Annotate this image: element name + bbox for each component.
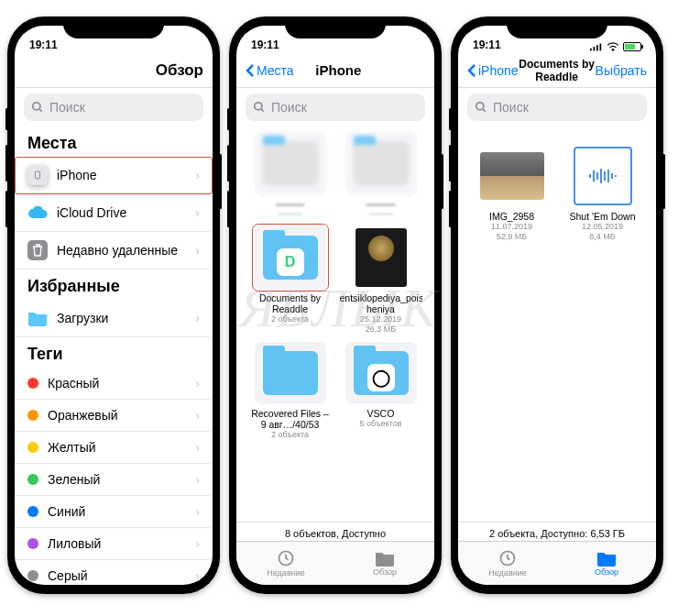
page-title: iPhone bbox=[294, 62, 383, 78]
chevron-right-icon: › bbox=[195, 243, 200, 258]
svg-point-0 bbox=[33, 103, 40, 110]
tag-dot-icon bbox=[27, 506, 38, 517]
item-name: Documents by Readdle bbox=[249, 292, 332, 314]
svg-point-4 bbox=[255, 103, 262, 110]
tab-recent[interactable]: Недавние bbox=[458, 542, 557, 585]
page-title: Documents by Readdle bbox=[519, 58, 596, 83]
tag-label: Лиловый bbox=[48, 536, 101, 551]
tag-row[interactable]: Красный› bbox=[15, 368, 213, 400]
status-time: 19:11 bbox=[251, 38, 420, 51]
tab-label: Недавние bbox=[488, 568, 526, 578]
row-label: iPhone bbox=[57, 168, 97, 182]
phone-1: 19:11 Обзор Поиск Места iPhone › iCloud … bbox=[7, 16, 220, 594]
grid-item-book[interactable]: entsiklopediya_poisko…heniya 25.12.2019 … bbox=[338, 226, 423, 335]
row-label: iCloud Drive bbox=[57, 205, 126, 220]
search-input[interactable]: Поиск bbox=[24, 94, 203, 121]
tag-dot-icon bbox=[27, 442, 38, 453]
navbar-browse: Обзор bbox=[15, 53, 213, 88]
chevron-right-icon: › bbox=[195, 205, 200, 220]
signal-icons bbox=[590, 42, 641, 51]
grid-item[interactable]: —————— bbox=[247, 132, 333, 219]
tab-browse[interactable]: Обзор bbox=[335, 542, 434, 585]
place-iphone[interactable]: iPhone › bbox=[15, 157, 213, 194]
status-time: 19:11 bbox=[29, 38, 198, 51]
tag-dot-icon bbox=[27, 570, 38, 581]
status-time: 19:11 bbox=[473, 38, 590, 51]
search-input[interactable]: Поиск bbox=[246, 94, 425, 121]
tag-row[interactable]: Оранжевый› bbox=[15, 400, 213, 432]
chevron-right-icon: › bbox=[195, 408, 200, 423]
tag-label: Желтый bbox=[48, 440, 96, 455]
grid-item-vsco[interactable]: ◯ VSCO 5 объектов bbox=[338, 342, 423, 440]
tag-dot-icon bbox=[27, 378, 38, 389]
chevron-left-icon bbox=[246, 63, 255, 78]
folder-icon bbox=[375, 550, 395, 566]
chevron-right-icon: › bbox=[195, 536, 200, 551]
select-button[interactable]: Выбрать bbox=[596, 63, 647, 78]
svg-rect-10 bbox=[600, 44, 602, 51]
tag-row[interactable]: Синий› bbox=[15, 496, 213, 528]
wifi-icon bbox=[607, 42, 619, 51]
search-icon bbox=[253, 101, 266, 114]
grid-item-recovered[interactable]: Recovered Files – 9 авг…/40/53 2 объекта bbox=[247, 342, 333, 440]
waveform-icon bbox=[586, 165, 619, 187]
grid-item-documents-readdle[interactable]: D Documents by Readdle 2 объекта bbox=[247, 226, 333, 335]
chevron-left-icon bbox=[467, 63, 476, 78]
tag-label: Оранжевый bbox=[48, 408, 118, 423]
tag-row[interactable]: Желтый› bbox=[15, 432, 213, 464]
section-favorites: Избранные bbox=[15, 270, 213, 300]
tag-dot-icon bbox=[27, 538, 38, 549]
grid-item-audio[interactable]: Shut 'Em Down 12.05.2019 8,4 МБ bbox=[560, 145, 645, 242]
row-label: Недавно удаленные bbox=[57, 243, 178, 258]
back-label: Места bbox=[257, 63, 294, 78]
phone-icon bbox=[27, 165, 48, 185]
svg-point-11 bbox=[476, 103, 484, 110]
chevron-right-icon: › bbox=[195, 376, 200, 390]
search-placeholder: Поиск bbox=[493, 100, 529, 115]
cellular-icon bbox=[590, 42, 603, 51]
chevron-right-icon: › bbox=[195, 311, 200, 325]
tag-row[interactable]: Серый› bbox=[15, 560, 213, 585]
tag-label: Синий bbox=[48, 504, 85, 519]
folder-icon bbox=[27, 308, 48, 328]
grid-item-img[interactable]: IMG_2958 11.07.2019 52,9 МБ bbox=[469, 145, 554, 242]
clock-icon bbox=[498, 549, 517, 567]
tab-label: Недавние bbox=[267, 568, 304, 578]
tag-dot-icon bbox=[27, 474, 38, 485]
tab-recent[interactable]: Недавние bbox=[236, 542, 335, 585]
footer-status: 8 объектов, Доступно bbox=[236, 522, 434, 541]
tab-label: Обзор bbox=[595, 567, 618, 577]
section-places: Места bbox=[15, 126, 213, 157]
item-name: entsiklopediya_poisko…heniya bbox=[340, 292, 422, 314]
svg-line-1 bbox=[39, 109, 42, 112]
search-icon bbox=[475, 101, 487, 114]
chevron-right-icon: › bbox=[195, 168, 200, 182]
phone-2: 19:11 Места iPhone Поиск —————— ————— bbox=[229, 16, 442, 594]
tag-row[interactable]: Зеленый› bbox=[15, 464, 213, 496]
search-placeholder: Поиск bbox=[49, 100, 85, 115]
search-icon bbox=[31, 101, 44, 114]
chevron-right-icon: › bbox=[195, 568, 200, 583]
search-input[interactable]: Поиск bbox=[467, 94, 647, 121]
chevron-right-icon: › bbox=[195, 440, 200, 455]
tag-row[interactable]: Лиловый› bbox=[15, 528, 213, 560]
svg-rect-8 bbox=[594, 47, 596, 50]
favorite-downloads[interactable]: Загрузки › bbox=[15, 300, 213, 337]
grid-item[interactable]: —————— bbox=[338, 132, 423, 219]
footer-status: 2 объекта, Доступно: 6,53 ГБ bbox=[458, 522, 656, 541]
back-button[interactable]: iPhone bbox=[467, 63, 519, 78]
back-button[interactable]: Места bbox=[246, 63, 294, 78]
tag-label: Зеленый bbox=[48, 472, 100, 487]
item-meta: 2 объекта bbox=[247, 430, 333, 440]
place-icloud[interactable]: iCloud Drive › bbox=[15, 194, 213, 232]
svg-line-5 bbox=[261, 109, 264, 112]
item-meta: 11.07.2019 52,9 МБ bbox=[469, 222, 554, 242]
item-name: Recovered Files – 9 авг…/40/53 bbox=[249, 408, 332, 430]
svg-rect-9 bbox=[596, 45, 598, 50]
tab-browse[interactable]: Обзор bbox=[557, 542, 656, 585]
tab-bar: Недавние Обзор bbox=[458, 541, 656, 585]
item-name: Shut 'Em Down bbox=[562, 211, 644, 222]
tab-bar: Недавние Обзор bbox=[236, 541, 434, 585]
navbar-iphone: Места iPhone bbox=[236, 53, 434, 88]
place-trash[interactable]: Недавно удаленные › bbox=[15, 232, 213, 270]
